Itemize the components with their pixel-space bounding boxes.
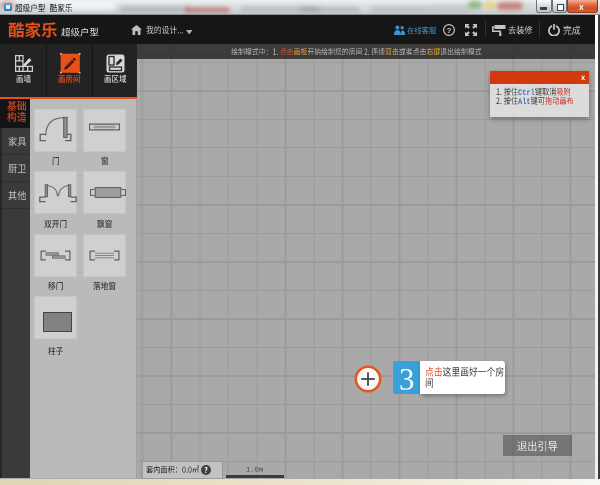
- svg-text:?: ?: [447, 25, 452, 34]
